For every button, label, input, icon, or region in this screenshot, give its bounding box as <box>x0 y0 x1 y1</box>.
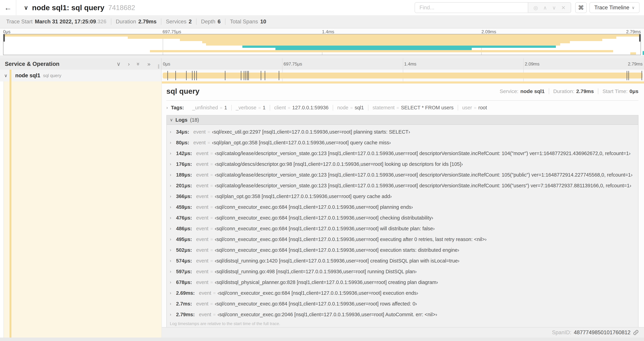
tag-item: _verbose = 1 <box>232 105 270 111</box>
log-field-name: event <box>196 151 208 156</box>
log-row[interactable]: › 189μs: event = ‹sql/catalog/lease/desc… <box>167 169 638 180</box>
log-row[interactable]: › 2.79ms: event = ‹sql/conn_executor_exe… <box>167 309 638 320</box>
log-marker-tick <box>246 71 246 80</box>
minimap-right-drag-handle[interactable] <box>639 34 640 42</box>
minimap-canvas[interactable] <box>3 34 641 55</box>
expand-all-icon[interactable]: » <box>147 61 150 67</box>
chevron-down-icon: ∨ <box>170 118 173 122</box>
log-row[interactable]: › 574μs: event = ‹sql/distsql_running.go… <box>167 255 638 266</box>
span-expander-icon[interactable]: ∨ <box>4 73 8 78</box>
trace-info-label: Trace Start <box>6 19 32 25</box>
tags-label[interactable]: Tags: <box>171 105 184 111</box>
keyboard-shortcuts-button[interactable]: ⌘ <box>575 2 587 13</box>
log-field-name: event <box>196 247 208 253</box>
minimap-span-bar <box>128 37 616 39</box>
log-row[interactable]: › 476μs: event = ‹sql/conn_executor_exec… <box>167 212 638 223</box>
top-bar: ← ∨ node sql1: sql query 7418682 ◎ ∧ ∨ ✕… <box>0 0 644 15</box>
trace-info-label: Depth <box>201 19 215 25</box>
column-resize-grip[interactable]: ∥ <box>158 64 160 69</box>
log-marker-tick <box>261 71 261 80</box>
expand-one-icon[interactable]: › <box>128 61 130 67</box>
span-operation-name: sql query <box>43 73 62 78</box>
ruler-gridline <box>403 58 403 70</box>
trace-info-item: Trace Start March 31 2022, 17:25:09 .326 <box>2 19 111 25</box>
tag-value: SELECT * FROM users <box>401 105 454 111</box>
detail-divider <box>166 100 638 101</box>
span-row-timeline-cell[interactable] <box>162 70 644 82</box>
log-equals: = <box>210 269 213 274</box>
search-input[interactable] <box>414 2 528 13</box>
next-match-icon[interactable]: ∨ <box>552 5 556 11</box>
minimap-span-bar <box>276 48 472 50</box>
log-equals: = <box>210 215 213 220</box>
span-duration-bar[interactable] <box>163 73 642 79</box>
tags-accordion: › Tags: _unfinished = 1 _verbose = 1 <box>166 105 638 111</box>
chevron-down-icon[interactable]: ∨ <box>24 4 28 11</box>
log-timestamp: 486μs: <box>176 226 192 231</box>
span-id-label: SpanID: <box>552 329 571 336</box>
command-icon: ⌘ <box>578 4 584 11</box>
span-meta-label: Service: <box>500 88 518 94</box>
view-select-button[interactable]: Trace Timeline ∨ <box>590 2 640 13</box>
log-equals: = <box>210 194 213 199</box>
minimap-span-bar <box>150 50 613 52</box>
log-row[interactable]: › 459μs: event = ‹sql/conn_executor_exec… <box>167 202 638 212</box>
logs-header[interactable]: ∨ Logs (18) <box>167 115 638 125</box>
timeline-header: Service & Operation ∨ › » » ∥ 0μs 697.75… <box>0 58 644 70</box>
link-icon[interactable] <box>633 329 639 335</box>
search-addon: ◎ ∧ ∨ ✕ <box>528 2 571 13</box>
back-button[interactable]: ← <box>0 0 16 15</box>
log-row[interactable]: › 495μs: event = ‹sql/conn_executor_exec… <box>167 234 638 245</box>
collapse-one-icon[interactable]: ∨ <box>116 61 120 67</box>
tag-key: user <box>462 105 472 111</box>
log-event-value: ‹sql/plan_opt.go:358 [nsql1,client=127.0… <box>212 140 391 146</box>
collapse-all-icon[interactable]: » <box>136 62 142 66</box>
log-timestamp: 2.7ms: <box>176 301 192 307</box>
log-equals: = <box>210 172 213 177</box>
log-row[interactable]: › 678μs: event = ‹sql/distsql_physical_p… <box>167 277 638 288</box>
minimap-spans <box>4 34 640 55</box>
log-row[interactable]: › 2.69ms: event = ‹sql/conn_executor_exe… <box>167 288 638 298</box>
span-meta-label: Duration: <box>553 88 574 94</box>
log-row[interactable]: › 176μs: event = ‹sql/catalog/descs/desc… <box>167 159 638 169</box>
log-row[interactable]: › 366μs: event = ‹sql/plan_opt.go:358 [n… <box>167 191 638 202</box>
log-row[interactable]: › 34μs: event = ‹sql/exec_util.go:2297 [… <box>167 127 638 137</box>
detail-header: sql query Service: node sql1 Duration: 2… <box>166 87 638 96</box>
span-row[interactable]: ∨ node sql1 sql query <box>0 70 644 82</box>
log-row[interactable]: › 2.7ms: event = ‹sql/conn_executor_exec… <box>167 298 638 309</box>
log-row[interactable]: › 142μs: event = ‹sql/catalog/lease/desc… <box>167 148 638 159</box>
log-field-name: event <box>196 194 208 199</box>
log-row[interactable]: › 597μs: event = ‹sql/distsql_running.go… <box>167 266 638 277</box>
trace-info-item: Services 2 <box>161 19 196 25</box>
log-timestamp: 495μs: <box>176 236 192 242</box>
log-timestamp: 678μs: <box>176 279 192 285</box>
log-event-value: ‹sql/exec_util.go:2297 [nsql1,client=127… <box>212 129 410 135</box>
chevron-right-icon: › <box>170 301 176 306</box>
log-marker-tick <box>175 71 176 80</box>
log-event-value: ‹sql/plan_opt.go:358 [nsql1,client=127.0… <box>215 194 392 199</box>
trace-info-value: 6 <box>218 19 220 25</box>
log-field-name: event <box>196 226 208 231</box>
tag-value: 127.0.0.1:59936 <box>292 105 328 111</box>
log-equals: = <box>210 151 213 156</box>
clear-search-icon[interactable]: ✕ <box>561 5 566 11</box>
target-icon[interactable]: ◎ <box>534 5 538 11</box>
log-marker-tick <box>192 71 192 80</box>
trace-title-group[interactable]: ∨ node sql1: sql query 7418682 <box>24 4 135 12</box>
trace-info-item: Depth 6 <box>196 19 226 25</box>
log-row[interactable]: › 486μs: event = ‹sql/conn_executor_exec… <box>167 223 638 234</box>
prev-match-icon[interactable]: ∧ <box>543 5 547 11</box>
log-marker-tick <box>642 71 642 80</box>
chevron-down-icon: ∨ <box>632 5 635 10</box>
minimap-span-bar <box>206 43 560 46</box>
chevron-right-icon[interactable]: › <box>166 105 168 110</box>
log-row[interactable]: › 502μs: event = ‹sql/conn_executor_exec… <box>167 245 638 255</box>
log-row[interactable]: › 80μs: event = ‹sql/plan_opt.go:358 [ns… <box>167 137 638 148</box>
log-timestamp: 476μs: <box>176 215 192 221</box>
span-row-label-cell[interactable]: ∨ node sql1 sql query <box>0 70 162 82</box>
log-timestamp: 34μs: <box>176 129 189 135</box>
logs-count: (18) <box>190 117 199 123</box>
minimap-left-drag-handle[interactable] <box>4 34 5 42</box>
log-row[interactable]: › 201μs: event = ‹sql/catalog/lease/desc… <box>167 180 638 191</box>
log-event-value: ‹sql/conn_executor_exec.go:684 [nsql1,cl… <box>218 290 418 296</box>
